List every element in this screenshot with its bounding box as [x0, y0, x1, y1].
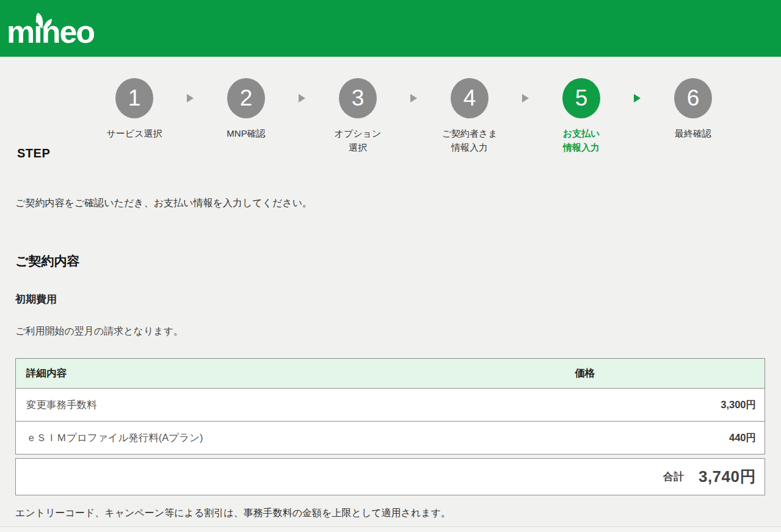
main-content: ご契約内容をご確認いただき、お支払い情報を入力してください。 ご契約内容 初期費… — [0, 197, 781, 520]
step-label-3: オプション 選択 — [335, 126, 382, 155]
bottom-divider — [0, 527, 781, 532]
step-label-1: サービス選択 — [106, 126, 162, 140]
table-row: 変更事務手数料 3,300円 — [16, 389, 765, 422]
cost-table: 詳細内容 価格 変更事務手数料 3,300円 ｅＳＩＭプロファイル発行料(Aプラ… — [15, 358, 765, 455]
total-box: 合計 3,740円 — [15, 458, 765, 495]
item-cell: 変更事務手数料 — [16, 389, 405, 422]
header-bar: mineo — [0, 0, 781, 57]
intro-message: ご契約内容をご確認いただき、お支払い情報を入力してください。 — [15, 197, 765, 210]
arrow-right-icon — [507, 78, 544, 118]
total-label: 合計 — [663, 470, 684, 484]
step-item-contractor-info: 4 ご契約者さま 情報入力 — [432, 78, 507, 155]
step-number: 1 — [128, 85, 141, 111]
sprout-icon — [34, 2, 53, 34]
step-circle-2: 2 — [227, 78, 265, 118]
price-cell: 440円 — [405, 422, 765, 455]
step-label-2: MNP確認 — [227, 126, 265, 140]
table-row: ｅＳＩＭプロファイル発行料(Aプラン) 440円 — [16, 422, 765, 455]
step-circle-4: 4 — [451, 78, 489, 118]
mineo-logo[interactable]: mineo — [7, 16, 94, 48]
step-label-5: お支払い 情報入力 — [563, 126, 600, 155]
contract-title: ご契約内容 — [15, 253, 765, 270]
arrow-right-icon-green — [619, 78, 656, 118]
initial-cost-title: 初期費用 — [15, 292, 765, 306]
step-number: 2 — [240, 85, 253, 111]
step-label-4: ご契約者さま 情報入力 — [441, 126, 497, 155]
step-circle-3: 3 — [339, 78, 377, 118]
total-amount: 3,740円 — [699, 466, 756, 487]
arrow-right-icon — [395, 78, 432, 118]
step-item-payment-info-active: 5 お支払い 情報入力 — [544, 78, 619, 155]
step-number: 6 — [687, 85, 700, 111]
steps-row: 1 サービス選択 2 MNP確認 3 オプション 選択 — [97, 78, 730, 155]
step-item-service: 1 サービス選択 — [97, 78, 172, 140]
step-progress: STEP 1 サービス選択 2 MNP確認 3 — [0, 57, 781, 171]
step-number: 4 — [463, 85, 476, 111]
table-header-price: 価格 — [405, 359, 765, 389]
discount-note: エントリーコード、キャンペーン等による割引は、事務手数料の金額を上限として適用さ… — [15, 507, 765, 520]
arrow-right-icon — [172, 78, 209, 118]
step-number: 5 — [575, 85, 588, 111]
item-cell: ｅＳＩＭプロファイル発行料(Aプラン) — [16, 422, 405, 455]
step-circle-1: 1 — [115, 78, 153, 118]
step-circle-6: 6 — [674, 78, 712, 118]
step-item-option: 3 オプション 選択 — [321, 78, 395, 155]
arrow-right-icon — [283, 78, 321, 118]
step-item-final-confirm: 6 最終確認 — [656, 78, 730, 140]
price-cell: 3,300円 — [405, 389, 765, 422]
step-item-mnp: 2 MNP確認 — [209, 78, 283, 140]
step-number: 3 — [352, 85, 365, 111]
table-header-row: 詳細内容 価格 — [16, 359, 765, 389]
billing-note: ご利用開始の翌月の請求となります。 — [15, 325, 765, 338]
table-header-item: 詳細内容 — [16, 359, 405, 389]
step-circle-5-active: 5 — [562, 78, 600, 118]
step-label-6: 最終確認 — [675, 126, 711, 140]
step-title: STEP — [17, 146, 50, 160]
